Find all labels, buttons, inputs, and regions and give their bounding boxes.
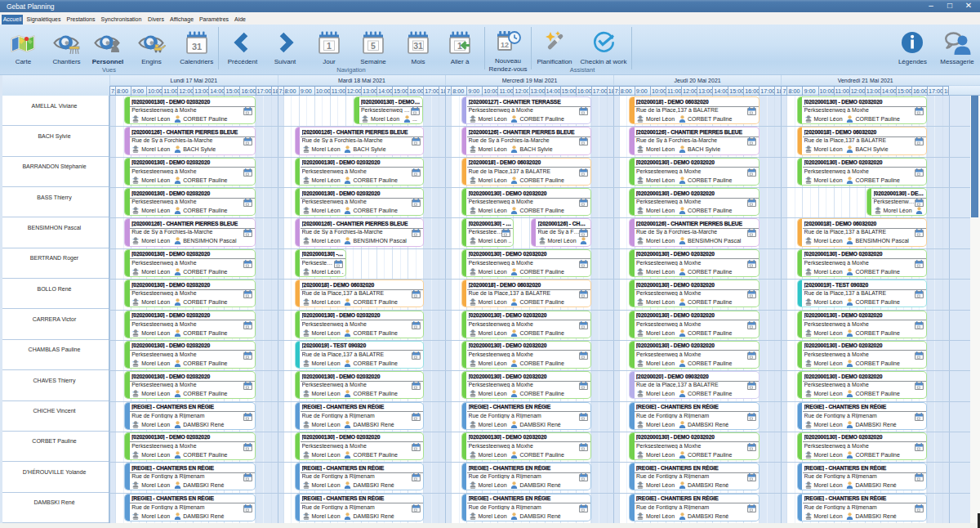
svg-text:1: 1 [327, 41, 332, 51]
svg-text:5: 5 [371, 41, 376, 51]
svg-text:12: 12 [500, 41, 508, 49]
svg-text:31: 31 [192, 42, 202, 51]
svg-text:31: 31 [413, 41, 423, 51]
